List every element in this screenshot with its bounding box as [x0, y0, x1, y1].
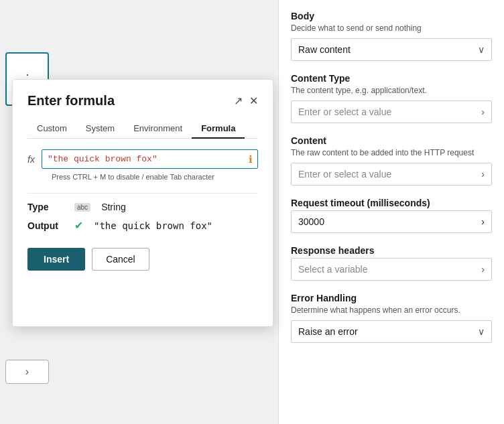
fx-label: fx [27, 154, 35, 165]
response-headers-field[interactable]: Select a variable › [291, 258, 492, 281]
tab-environment[interactable]: Environment [124, 119, 192, 139]
formula-input-wrapper: ℹ [42, 149, 258, 169]
output-value: "the quick brown fox" [94, 220, 212, 231]
body-title: Body [291, 11, 492, 21]
response-headers-placeholder: Select a variable [298, 264, 368, 275]
response-headers-section: Response headers Select a variable › [291, 245, 492, 281]
type-label: Type [27, 202, 68, 212]
response-headers-title: Response headers [291, 245, 492, 256]
error-handling-dropdown[interactable]: Raise an error ∨ [291, 320, 492, 343]
response-headers-arrow: › [481, 264, 485, 275]
timeout-section: Request timeout (milliseconds) 30000 › [291, 198, 492, 233]
content-section: Content The raw content to be added into… [291, 135, 492, 186]
modal-footer: Insert Cancel [27, 248, 258, 271]
content-type-arrow: › [481, 107, 485, 117]
body-subtitle: Decide what to send or send nothing [291, 23, 492, 33]
content-arrow: › [481, 169, 485, 180]
body-section: Body Decide what to send or send nothing… [291, 11, 492, 61]
error-handling-value: Raise an error [298, 326, 358, 337]
output-label: Output [27, 220, 68, 231]
content-type-section: Content Type The content type, e.g. appl… [291, 73, 492, 123]
check-icon: ✔ [74, 219, 83, 232]
timeout-title: Request timeout (milliseconds) [291, 198, 492, 208]
content-type-field[interactable]: Enter or select a value › [291, 100, 492, 123]
formula-modal: Enter formula ↗ ✕ Custom System Environm… [12, 79, 273, 327]
body-dropdown-value: Raw content [298, 44, 351, 55]
content-type-subtitle: The content type, e.g. application/text. [291, 86, 492, 95]
tab-custom[interactable]: Custom [27, 119, 76, 139]
tab-formula[interactable]: Formula [192, 119, 245, 139]
content-type-title: Content Type [291, 73, 492, 84]
tab-system[interactable]: System [76, 119, 124, 139]
canvas-bottom-nav[interactable]: › [5, 360, 49, 384]
output-row: Output ✔ "the quick brown fox" [27, 219, 258, 232]
type-row: Type abc String [27, 202, 258, 212]
type-icon: abc [74, 203, 90, 212]
result-section: Type abc String Output ✔ "the quick brow… [27, 202, 258, 232]
formula-hint: Press CTRL + M to disable / enable Tab c… [52, 173, 258, 181]
error-handling-subtitle: Determine what happens when an error occ… [291, 305, 492, 315]
content-title: Content [291, 135, 492, 146]
modal-tabs: Custom System Environment Formula [27, 119, 258, 139]
type-value: String [101, 202, 126, 212]
right-panel: Body Decide what to send or send nothing… [278, 0, 504, 424]
expand-icon[interactable]: ↗ [234, 94, 243, 107]
formula-input-row: fx ℹ [27, 149, 258, 169]
error-handling-chevron: ∨ [478, 326, 485, 337]
error-handling-title: Error Handling [291, 293, 492, 303]
chevron-right-icon: › [25, 366, 29, 378]
modal-header-icons: ↗ ✕ [234, 94, 258, 107]
modal-header: Enter formula ↗ ✕ [27, 93, 258, 109]
divider [27, 193, 258, 194]
content-placeholder: Enter or select a value [298, 169, 391, 180]
cancel-button[interactable]: Cancel [92, 248, 149, 271]
content-field[interactable]: Enter or select a value › [291, 163, 492, 186]
info-icon[interactable]: ℹ [249, 153, 253, 165]
formula-input[interactable] [42, 149, 258, 169]
content-type-placeholder: Enter or select a value [298, 107, 391, 117]
body-dropdown-chevron: ∨ [478, 44, 485, 55]
close-icon[interactable]: ✕ [249, 94, 258, 107]
modal-title: Enter formula [27, 93, 115, 109]
timeout-value: 30000 [298, 216, 324, 227]
timeout-field[interactable]: 30000 › [291, 210, 492, 233]
content-subtitle: The raw content to be added into the HTT… [291, 148, 492, 157]
body-dropdown[interactable]: Raw content ∨ [291, 38, 492, 61]
insert-button[interactable]: Insert [27, 248, 85, 271]
timeout-arrow: › [481, 216, 485, 227]
error-handling-section: Error Handling Determine what happens wh… [291, 293, 492, 343]
